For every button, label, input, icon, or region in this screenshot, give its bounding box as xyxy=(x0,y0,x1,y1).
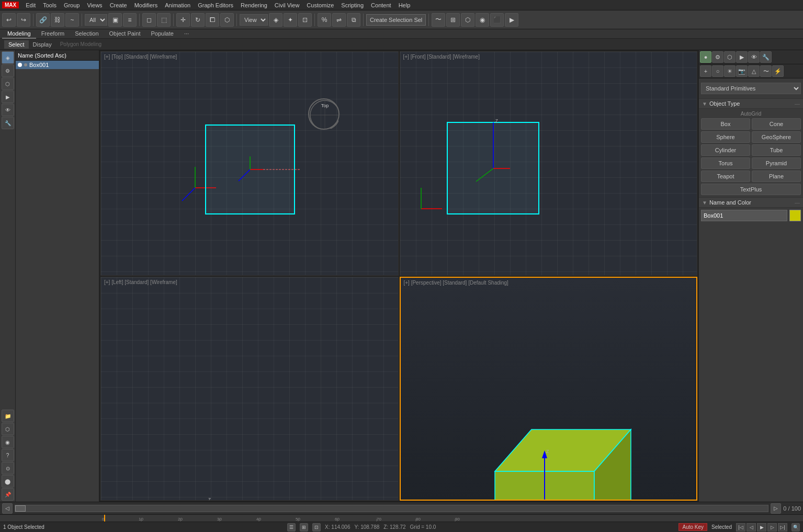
unlink-button[interactable]: ⛓ xyxy=(51,13,64,27)
view-dropdown[interactable]: View xyxy=(240,14,268,26)
viewport-left[interactable]: [+] [Left] [Standard] [Wireframe] Left xyxy=(100,277,399,501)
ribbon-tab-selection[interactable]: Selection xyxy=(70,29,104,39)
object-type-collapse[interactable]: — xyxy=(795,101,800,107)
name-color-collapse[interactable]: — xyxy=(795,200,800,206)
next-frame-btn[interactable]: ▷ xyxy=(767,523,777,531)
link-button[interactable]: 🔗 xyxy=(36,13,50,27)
primitive-type-dropdown[interactable]: Standard Primitives xyxy=(701,83,801,94)
snap-button[interactable]: ✦ xyxy=(284,13,297,27)
render-button[interactable]: ▶ xyxy=(505,13,518,27)
mirror-button[interactable]: ⇌ xyxy=(332,13,346,27)
btn-plane[interactable]: Plane xyxy=(752,171,801,182)
btn-tube[interactable]: Tube xyxy=(752,144,801,156)
redo-button[interactable]: ↪ xyxy=(17,13,30,27)
menu-group[interactable]: Group xyxy=(60,1,84,9)
rp-display-icon[interactable]: 👁 xyxy=(748,51,760,63)
material-editor-button[interactable]: ⬡ xyxy=(461,13,474,27)
scale-button[interactable]: ⧠ xyxy=(206,13,219,27)
hierarchy-mode-btn[interactable]: ⬡ xyxy=(2,77,14,90)
utilities-mode-btn[interactable]: 🔧 xyxy=(2,117,14,129)
sub-tab-select[interactable]: Select xyxy=(4,40,29,49)
curve-editor-button[interactable]: 〜 xyxy=(432,13,445,27)
rp-light-icon[interactable]: ☀ xyxy=(724,65,736,77)
viewport-top[interactable]: [+] [Top] [Standard] [Wireframe] Top xyxy=(100,51,399,276)
filter-btn[interactable]: ⬤ xyxy=(2,475,14,488)
rp-utilities-icon[interactable]: 🔧 xyxy=(760,51,772,63)
rp-modify-icon[interactable]: ⚙ xyxy=(712,51,723,63)
menu-scripting[interactable]: Scripting xyxy=(337,1,367,9)
rp-plus-icon[interactable]: + xyxy=(700,65,711,77)
align-button[interactable]: ⧉ xyxy=(347,13,360,27)
bind-button[interactable]: ~ xyxy=(65,13,79,27)
sub-tab-display[interactable]: Display xyxy=(29,40,56,49)
rp-camera-icon[interactable]: 📷 xyxy=(736,65,748,77)
percent-button[interactable]: % xyxy=(318,13,331,27)
select-name-button[interactable]: ≡ xyxy=(123,13,137,27)
btn-pyramid[interactable]: Pyramid xyxy=(752,157,801,169)
viewport-front-label[interactable]: [+] [Front] [Standard] [Wireframe] xyxy=(403,54,480,60)
prev-frame-btn[interactable]: ◁ xyxy=(747,523,756,531)
menu-content[interactable]: Content xyxy=(367,1,395,9)
menu-edit[interactable]: Edit xyxy=(22,1,39,9)
reference-button[interactable]: ◈ xyxy=(269,13,282,27)
name-color-section-header[interactable]: ▼ Name and Color — xyxy=(699,197,803,208)
menu-tools[interactable]: Tools xyxy=(39,1,60,9)
btn-teapot[interactable]: Teapot xyxy=(701,171,750,182)
status-icon-3[interactable]: ⊡ xyxy=(312,523,321,531)
menu-modifiers[interactable]: Modifiers xyxy=(131,1,162,9)
status-icon-1[interactable]: ☰ xyxy=(287,523,296,531)
ribbon-tab-object-paint[interactable]: Object Paint xyxy=(104,29,146,39)
viewport-perspective[interactable]: [+] [Perspective] [Standard] [Default Sh… xyxy=(400,277,698,501)
ribbon-tab-modeling[interactable]: Modeling xyxy=(2,29,36,39)
place-button[interactable]: ⬡ xyxy=(220,13,234,27)
select-region-button[interactable]: ◻ xyxy=(142,13,156,27)
menu-help[interactable]: Help xyxy=(395,1,414,9)
select-region-2-button[interactable]: ⬚ xyxy=(157,13,171,27)
object-name-input[interactable] xyxy=(701,210,787,221)
search-btn[interactable]: 🔍 xyxy=(791,523,800,531)
btn-cylinder[interactable]: Cylinder xyxy=(701,144,750,156)
object-type-section-header[interactable]: ▼ Object Type — xyxy=(699,98,803,109)
create-mode-btn[interactable]: ◈ xyxy=(2,51,14,64)
timeline-thumb[interactable] xyxy=(15,505,26,512)
scene-explorer-btn[interactable]: 📁 xyxy=(2,410,14,422)
move-button[interactable]: ✛ xyxy=(176,13,190,27)
display-mode-btn[interactable]: 👁 xyxy=(2,104,14,116)
rp-hierarchy-icon[interactable]: ⬡ xyxy=(724,51,736,63)
viewport-front[interactable]: [+] [Front] [Standard] [Wireframe] z xyxy=(400,51,698,276)
rp-spline-icon[interactable]: 〜 xyxy=(760,65,772,77)
menu-views[interactable]: Views xyxy=(83,1,106,9)
menu-animation[interactable]: Animation xyxy=(161,1,194,9)
material-btn[interactable]: ⬡ xyxy=(2,423,14,435)
create-selection-button[interactable]: Create Selection Sel xyxy=(366,14,426,26)
go-end-btn[interactable]: ▷| xyxy=(778,523,787,531)
go-start-btn[interactable]: |◁ xyxy=(736,523,745,531)
snap2d-button[interactable]: ⊡ xyxy=(298,13,312,27)
object-list-item[interactable]: Box001 xyxy=(16,61,99,69)
btn-torus[interactable]: Torus xyxy=(701,157,750,169)
render-setup-button[interactable]: ◉ xyxy=(476,13,489,27)
layer-dropdown[interactable]: All xyxy=(85,14,107,26)
max-button[interactable]: MAX xyxy=(2,2,19,8)
viewport-perspective-label[interactable]: [+] [Perspective] [Standard] [Default Sh… xyxy=(404,280,508,286)
btn-sphere[interactable]: Sphere xyxy=(701,131,750,143)
rp-system-icon[interactable]: ⚡ xyxy=(772,65,784,77)
timeline-prev[interactable]: ◁ xyxy=(2,503,13,514)
pin-btn[interactable]: 📌 xyxy=(2,488,14,501)
menu-create[interactable]: Create xyxy=(106,1,131,9)
menu-graph-editors[interactable]: Graph Editors xyxy=(194,1,237,9)
play-btn[interactable]: ▶ xyxy=(757,523,766,531)
rotate-button[interactable]: ↻ xyxy=(191,13,205,27)
timeline-slider[interactable] xyxy=(15,505,768,512)
rp-helper-icon[interactable]: △ xyxy=(748,65,760,77)
menu-civil-view[interactable]: Civil View xyxy=(271,1,303,9)
rp-motion-icon[interactable]: ▶ xyxy=(736,51,748,63)
select-object-button[interactable]: ▣ xyxy=(108,13,122,27)
render-btn-left[interactable]: ◉ xyxy=(2,436,14,448)
timeline-next[interactable]: ▷ xyxy=(771,503,781,514)
auto-key-button[interactable]: Auto Key xyxy=(678,523,707,531)
render-frame-button[interactable]: ⬛ xyxy=(490,13,504,27)
motion-mode-btn[interactable]: ▶ xyxy=(2,90,14,103)
schematic-button[interactable]: ⊞ xyxy=(446,13,460,27)
menu-rendering[interactable]: Rendering xyxy=(237,1,271,9)
